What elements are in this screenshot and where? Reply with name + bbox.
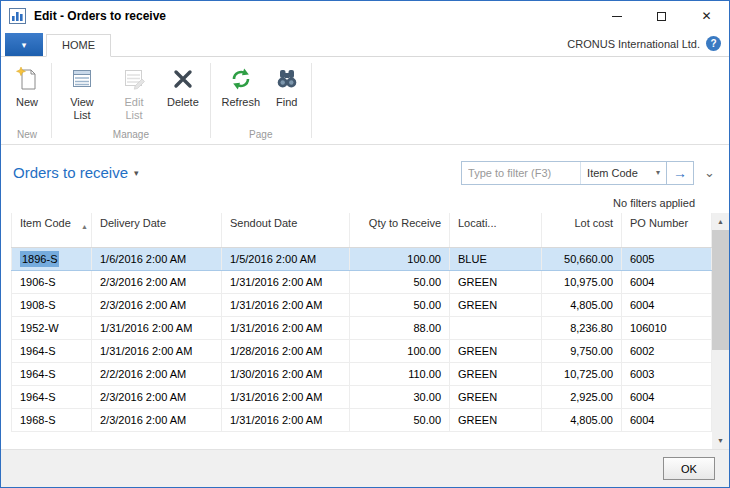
- filter-input[interactable]: [462, 162, 580, 184]
- minimize-button[interactable]: [594, 1, 639, 31]
- cell-location[interactable]: GREEN: [450, 385, 542, 408]
- cell-sendout-date[interactable]: 1/5/2016 2:00 AM: [222, 247, 350, 270]
- cell-delivery-date[interactable]: 2/3/2016 2:00 AM: [92, 293, 222, 316]
- cell-delivery-date[interactable]: 2/3/2016 2:00 AM: [92, 270, 222, 293]
- cell-delivery-date[interactable]: 1/31/2016 2:00 AM: [92, 316, 222, 339]
- cell-delivery-date[interactable]: 1/31/2016 2:00 AM: [92, 339, 222, 362]
- cell-po-number[interactable]: 6005: [622, 247, 712, 270]
- table-row[interactable]: 1952-W 1/31/2016 2:00 AM 1/31/2016 2:00 …: [12, 316, 712, 339]
- table-row[interactable]: 1896-S 1/6/2016 2:00 AM 1/5/2016 2:00 AM…: [12, 247, 712, 270]
- scroll-down-icon[interactable]: ▼: [712, 432, 729, 449]
- scrollbar-thumb[interactable]: [712, 230, 729, 350]
- cell-item-code[interactable]: 1896-S: [12, 247, 92, 270]
- filter-column-dropdown[interactable]: Item Code ▾: [580, 162, 666, 184]
- cell-lot-cost[interactable]: 10,975.00: [542, 270, 622, 293]
- find-button[interactable]: Find: [267, 61, 307, 111]
- cell-sendout-date[interactable]: 1/28/2016 2:00 AM: [222, 339, 350, 362]
- cell-delivery-date[interactable]: 2/3/2016 2:00 AM: [92, 385, 222, 408]
- cell-item-code[interactable]: 1908-S: [12, 293, 92, 316]
- view-list-button-label: View List: [63, 96, 101, 122]
- cell-po-number[interactable]: 6004: [622, 270, 712, 293]
- cell-sendout-date[interactable]: 1/30/2016 2:00 AM: [222, 362, 350, 385]
- help-icon[interactable]: ?: [706, 36, 721, 51]
- edit-list-button[interactable]: Edit List: [108, 61, 160, 124]
- vertical-scrollbar[interactable]: ▲ ▼: [712, 213, 729, 449]
- view-list-button[interactable]: View List: [56, 61, 108, 124]
- cell-sendout-date[interactable]: 1/31/2016 2:00 AM: [222, 385, 350, 408]
- column-header-location[interactable]: Locati...: [450, 213, 542, 247]
- column-header-qty-to-receive[interactable]: Qty to Receive: [350, 213, 450, 247]
- cell-po-number[interactable]: 6003: [622, 362, 712, 385]
- page-header: Orders to receive ▾ Item Code ▾ → ⌄: [1, 145, 729, 189]
- cell-lot-cost[interactable]: 2,925.00: [542, 385, 622, 408]
- cell-po-number[interactable]: 6002: [622, 339, 712, 362]
- cell-location[interactable]: GREEN: [450, 293, 542, 316]
- cell-sendout-date[interactable]: 1/31/2016 2:00 AM: [222, 270, 350, 293]
- cell-qty[interactable]: 50.00: [350, 270, 450, 293]
- chevron-down-icon: ▾: [656, 168, 660, 177]
- app-menu-button[interactable]: ▾: [5, 33, 43, 56]
- column-header-lot-cost[interactable]: Lot cost: [542, 213, 622, 247]
- cell-location[interactable]: [450, 316, 542, 339]
- find-binoculars-icon: [274, 66, 300, 92]
- chevron-down-icon: ▾: [22, 40, 27, 50]
- tab-home[interactable]: HOME: [46, 34, 111, 57]
- edit-list-icon: [121, 66, 147, 92]
- cell-sendout-date[interactable]: 1/31/2016 2:00 AM: [222, 316, 350, 339]
- cell-item-code[interactable]: 1964-S: [12, 385, 92, 408]
- scroll-up-icon[interactable]: ▲: [712, 213, 729, 230]
- table-row[interactable]: 1908-S 2/3/2016 2:00 AM 1/31/2016 2:00 A…: [12, 293, 712, 316]
- cell-location[interactable]: GREEN: [450, 408, 542, 431]
- cell-qty[interactable]: 50.00: [350, 408, 450, 431]
- cell-item-code[interactable]: 1964-S: [12, 339, 92, 362]
- cell-location[interactable]: GREEN: [450, 339, 542, 362]
- cell-delivery-date[interactable]: 1/6/2016 2:00 AM: [92, 247, 222, 270]
- new-button[interactable]: New: [7, 61, 47, 111]
- delete-button[interactable]: Delete: [160, 61, 206, 111]
- cell-po-number[interactable]: 6004: [622, 385, 712, 408]
- cell-location[interactable]: BLUE: [450, 247, 542, 270]
- column-header-sendout-date[interactable]: Sendout Date: [222, 213, 350, 247]
- cell-qty[interactable]: 30.00: [350, 385, 450, 408]
- table-row[interactable]: 1906-S 2/3/2016 2:00 AM 1/31/2016 2:00 A…: [12, 270, 712, 293]
- page-title-caret-icon[interactable]: ▾: [134, 168, 139, 178]
- cell-item-code[interactable]: 1952-W: [12, 316, 92, 339]
- maximize-button[interactable]: [639, 1, 684, 31]
- cell-lot-cost[interactable]: 4,805.00: [542, 293, 622, 316]
- cell-item-code[interactable]: 1968-S: [12, 408, 92, 431]
- refresh-button[interactable]: Refresh: [215, 61, 267, 111]
- cell-item-code[interactable]: 1964-S: [12, 362, 92, 385]
- cell-po-number[interactable]: 6004: [622, 293, 712, 316]
- cell-po-number[interactable]: 6004: [622, 408, 712, 431]
- table-row[interactable]: 1964-S 1/31/2016 2:00 AM 1/28/2016 2:00 …: [12, 339, 712, 362]
- cell-lot-cost[interactable]: 10,725.00: [542, 362, 622, 385]
- cell-qty[interactable]: 88.00: [350, 316, 450, 339]
- cell-location[interactable]: GREEN: [450, 270, 542, 293]
- table-row[interactable]: 1964-S 2/2/2016 2:00 AM 1/30/2016 2:00 A…: [12, 362, 712, 385]
- apply-filter-button[interactable]: →: [666, 162, 693, 184]
- cell-location[interactable]: GREEN: [450, 362, 542, 385]
- close-button[interactable]: ✕: [684, 1, 729, 31]
- page-title[interactable]: Orders to receive: [13, 164, 128, 181]
- cell-qty[interactable]: 100.00: [350, 339, 450, 362]
- ok-button[interactable]: OK: [663, 457, 715, 480]
- cell-delivery-date[interactable]: 2/3/2016 2:00 AM: [92, 408, 222, 431]
- column-header-po-number[interactable]: PO Number: [622, 213, 712, 247]
- cell-qty[interactable]: 100.00: [350, 247, 450, 270]
- cell-sendout-date[interactable]: 1/31/2016 2:00 AM: [222, 293, 350, 316]
- cell-delivery-date[interactable]: 2/2/2016 2:00 AM: [92, 362, 222, 385]
- cell-qty[interactable]: 50.00: [350, 293, 450, 316]
- column-header-delivery-date[interactable]: Delivery Date: [92, 213, 222, 247]
- cell-lot-cost[interactable]: 8,236.80: [542, 316, 622, 339]
- table-row[interactable]: 1964-S 2/3/2016 2:00 AM 1/31/2016 2:00 A…: [12, 385, 712, 408]
- cell-po-number[interactable]: 106010: [622, 316, 712, 339]
- column-header-item-code[interactable]: Item Code▲: [12, 213, 92, 247]
- cell-qty[interactable]: 110.00: [350, 362, 450, 385]
- cell-lot-cost[interactable]: 4,805.00: [542, 408, 622, 431]
- cell-lot-cost[interactable]: 50,660.00: [542, 247, 622, 270]
- cell-lot-cost[interactable]: 9,750.00: [542, 339, 622, 362]
- cell-sendout-date[interactable]: 1/31/2016 2:00 AM: [222, 408, 350, 431]
- table-row[interactable]: 1968-S 2/3/2016 2:00 AM 1/31/2016 2:00 A…: [12, 408, 712, 431]
- cell-item-code[interactable]: 1906-S: [12, 270, 92, 293]
- collapse-chevron-icon[interactable]: ⌄: [704, 166, 715, 179]
